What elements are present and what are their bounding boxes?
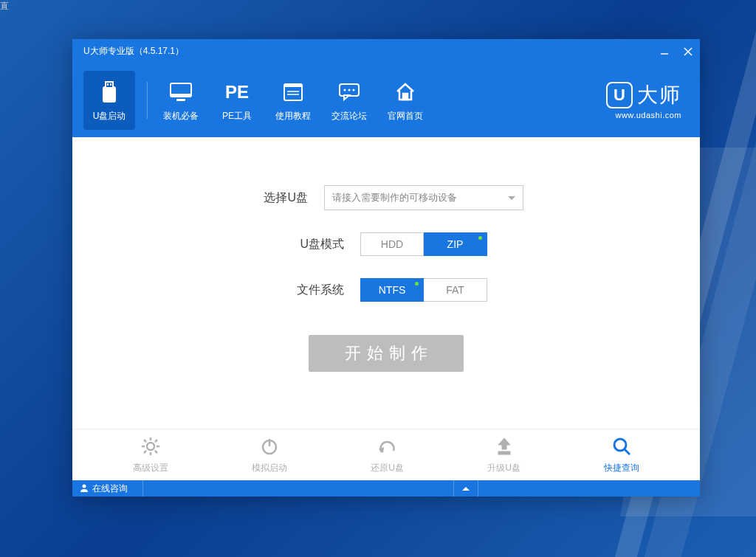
fs-ntfs-option[interactable]: NTFS [360, 278, 424, 302]
nav-label: 交流论坛 [331, 110, 367, 122]
status-bar: 在线咨询 [72, 480, 700, 497]
svg-rect-3 [103, 86, 116, 103]
svg-line-27 [625, 449, 630, 454]
filesystem-label: 文件系统 [285, 283, 344, 298]
svg-rect-4 [106, 82, 113, 88]
online-consult-button[interactable]: 在线咨询 [80, 480, 143, 497]
simulate-boot-button[interactable]: 模拟启动 [252, 436, 287, 474]
recommended-dot-icon [415, 282, 419, 286]
nav-label: 装机必备 [163, 110, 199, 122]
dropdown-placeholder: 请接入需要制作的可移动设备 [332, 191, 457, 204]
main-content: 选择U盘 请接入需要制作的可移动设备 U盘模式 HDD ZIP 文件系统 [72, 137, 700, 429]
svg-rect-6 [110, 83, 111, 86]
filesystem-toggle: NTFS FAT [360, 278, 487, 302]
mode-zip-option[interactable]: ZIP [424, 232, 487, 256]
quick-query-button[interactable]: 快捷查询 [604, 436, 639, 474]
bottom-label: 升级U盘 [487, 462, 520, 474]
bottom-label: 快捷查询 [604, 462, 639, 474]
svg-point-16 [344, 89, 346, 91]
usb-icon [98, 79, 120, 105]
svg-marker-24 [498, 438, 510, 449]
nav-official-site[interactable]: 官网首页 [379, 71, 431, 130]
svg-point-17 [348, 89, 351, 91]
nav-label: PE工具 [222, 110, 252, 122]
person-icon [80, 483, 89, 494]
select-usb-label: 选择U盘 [249, 190, 308, 206]
svg-point-28 [83, 484, 86, 488]
advanced-settings-button[interactable]: 高级设置 [133, 436, 168, 474]
bottom-label: 还原U盘 [371, 462, 404, 474]
svg-rect-9 [176, 99, 185, 101]
caret-up-icon [462, 487, 470, 491]
bottom-label: 高级设置 [133, 462, 168, 474]
status-expand-toggle[interactable] [453, 480, 478, 497]
nav-install-essentials[interactable]: 装机必备 [155, 71, 207, 130]
nav-pe-tools[interactable]: PE PE工具 [211, 71, 263, 130]
restore-usb-button[interactable]: 还原U盘 [371, 436, 404, 474]
svg-rect-5 [107, 83, 109, 86]
svg-point-18 [353, 89, 355, 91]
logo-u-icon: U [606, 82, 633, 108]
undo-icon [377, 436, 398, 459]
close-button[interactable] [676, 39, 700, 63]
bottom-label: 模拟启动 [252, 462, 287, 474]
svg-marker-15 [344, 95, 349, 100]
bottom-toolbar: 高级设置 模拟启动 还原U盘 升级U盘 快捷查询 [72, 429, 700, 480]
fs-fat-option[interactable]: FAT [424, 278, 487, 302]
search-icon [611, 436, 632, 459]
power-icon [259, 436, 280, 459]
chat-icon [338, 79, 360, 105]
start-create-button[interactable]: 开始制作 [309, 335, 464, 372]
app-window: U大师专业版（4.5.17.1） U盘启动 装机必备 PE PE工具 [72, 39, 700, 497]
logo-url: www.udashi.com [615, 111, 681, 120]
nav-label: 官网首页 [388, 110, 423, 122]
nav-tutorial[interactable]: 使用教程 [267, 71, 319, 130]
svg-rect-25 [498, 452, 510, 454]
usb-device-dropdown[interactable]: 请接入需要制作的可移动设备 [324, 185, 523, 210]
book-icon [283, 79, 303, 105]
logo: U 大师 www.udashi.com [606, 81, 681, 120]
navbar: U盘启动 装机必备 PE PE工具 使用教程 交流论坛 [72, 63, 700, 137]
recommended-dot-icon [478, 236, 482, 240]
pe-icon: PE [225, 79, 249, 105]
svg-point-26 [614, 439, 626, 451]
nav-label: U盘启动 [93, 110, 126, 122]
logo-brand: 大师 [637, 81, 681, 109]
nav-label: 使用教程 [275, 110, 311, 122]
usb-mode-label: U盘模式 [285, 237, 344, 252]
nav-forum[interactable]: 交流论坛 [323, 71, 375, 130]
nav-usb-boot[interactable]: U盘启动 [83, 71, 135, 130]
svg-point-20 [147, 443, 154, 450]
gear-icon [140, 436, 161, 459]
mode-hdd-option[interactable]: HDD [360, 232, 424, 256]
chevron-down-icon [508, 196, 515, 200]
home-icon [394, 79, 416, 105]
upgrade-usb-button[interactable]: 升级U盘 [487, 436, 520, 474]
svg-rect-8 [171, 94, 190, 97]
minimize-button[interactable] [653, 39, 676, 63]
usb-mode-toggle: HDD ZIP [360, 232, 487, 256]
svg-rect-19 [403, 94, 408, 100]
window-title: U大师专业版（4.5.17.1） [83, 45, 184, 58]
titlebar: U大师专业版（4.5.17.1） [72, 39, 700, 63]
svg-rect-11 [284, 84, 302, 87]
upload-icon [494, 436, 515, 459]
consult-label: 在线咨询 [92, 482, 128, 495]
monitor-icon [169, 79, 193, 105]
